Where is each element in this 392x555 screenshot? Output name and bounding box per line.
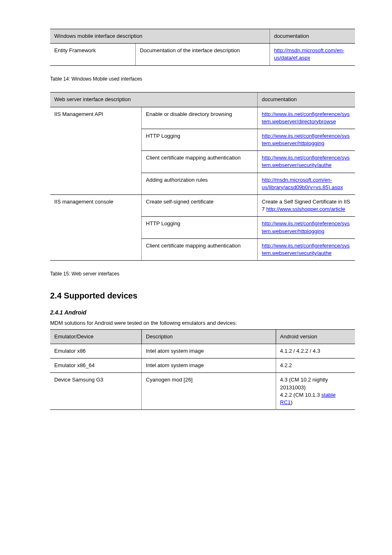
table15-r1-c3: http://www.iis.net/configreference/syste…	[258, 107, 355, 129]
table16-r3-c3-line1: 4.3 (CM 10.2 nightly 20131003)	[280, 377, 328, 390]
table15-r3-c3: http://www.iis.net/configreference/syste…	[258, 151, 355, 173]
table14-caption: Table 14: Windows Mobile used interfaces	[50, 76, 355, 83]
table16-r3-c3: 4.3 (CM 10.2 nightly 20131003) 4.2.2 (CM…	[276, 373, 355, 410]
table14-r1-c2: Documentation of the interface descripti…	[136, 44, 270, 65]
table15-r1-c2: Enable or disable directory browsing	[142, 107, 258, 129]
table15-caption: Table 15: Web server interfaces	[50, 271, 355, 278]
table16-r1-c3: 4.1.2 / 4.2.2 / 4.3	[276, 344, 355, 358]
table16-r1-c2: Intel atom system image	[142, 344, 276, 358]
table16-r3-c2: Cyanogen mod [26]	[142, 373, 276, 410]
table15-r3-c2: Client certificate mapping authenticatio…	[142, 151, 258, 173]
table16-r2-c2: Intel atom system image	[142, 358, 276, 373]
table14-r1-link[interactable]: http://msdn.microsoft.com/en-us/data/ef.…	[274, 47, 344, 61]
table15-r5-link[interactable]: http://www.sslshopper.com/article	[266, 206, 345, 212]
table-android-devices: Emulator/Device Description Android vers…	[50, 329, 355, 410]
table-web-server: Web server interface description documen…	[50, 92, 355, 261]
table15-r6-c3: http://www.iis.net/configreference/syste…	[258, 217, 355, 238]
table16-r3-c1: Device Samsung G3	[50, 373, 142, 410]
table15-r6-c2: HTTP Logging	[142, 217, 258, 238]
heading-supported-devices: 2.4 Supported devices	[50, 290, 355, 301]
table15-r6-link[interactable]: http://www.iis.net/configreference/syste…	[262, 220, 350, 234]
table15-r5-c3: Create a Self Signed Certificate in IIS …	[258, 195, 355, 217]
table15-r4-link2[interactable]: us/library/acsd09b0(v=vs.85).aspx	[262, 184, 343, 190]
table15-r5-c2: Create self-signed certificate	[142, 195, 258, 217]
heading-android: 2.4.1 Android	[50, 309, 355, 317]
table15-r1-link[interactable]: http://www.iis.net/configreference/syste…	[262, 111, 350, 125]
table16-r3-c3-line3-suffix: )	[291, 399, 293, 405]
table15-r4-c3: http://msdn.microsoft.com/en- us/library…	[258, 173, 355, 194]
table16-r3-stable-link[interactable]: stable	[321, 392, 336, 398]
table16-h1: Emulator/Device	[50, 329, 142, 344]
table15-r1-c1: IIS Management API	[50, 107, 142, 195]
table16-r3-c3-line2-text: 4.2.2 (CM 10.1.3	[280, 392, 321, 398]
table-windows-mobile: Windows mobile interface description doc…	[50, 29, 355, 66]
table15-r2-c3: http://www.iis.net/configreference/syste…	[258, 129, 355, 150]
table15-r3-link[interactable]: http://www.iis.net/configreference/syste…	[262, 155, 350, 168]
table15-r7-c2: Client certificate mapping authenticatio…	[142, 238, 258, 260]
table16-r3-rc1-link[interactable]: RC1	[280, 399, 291, 405]
table14-header-left: Windows mobile interface description	[50, 29, 270, 44]
table16-h2: Description	[142, 329, 276, 344]
table15-r7-link[interactable]: http://www.iis.net/configreference/syste…	[262, 243, 350, 256]
table16-r1-c1: Emulator x86	[50, 344, 142, 358]
table16-r2-c1: Emulator x86_64	[50, 358, 142, 373]
table14-r1-c3: http://msdn.microsoft.com/en-us/data/ef.…	[270, 44, 355, 65]
table14-r1-c1: Entity Framework	[50, 44, 136, 65]
table15-r2-link[interactable]: http://www.iis.net/configreference/syste…	[262, 133, 350, 146]
table16-r2-c3: 4.2.2	[276, 358, 355, 373]
table15-r7-c3: http://www.iis.net/configreference/syste…	[258, 238, 355, 260]
table16-h3: Android version	[276, 329, 355, 344]
table15-r2-c2: HTTP Logging	[142, 129, 258, 150]
table15-header-left: Web server interface description	[50, 92, 258, 107]
table15-header-right: documentation	[258, 92, 355, 107]
table15-r4-link1[interactable]: http://msdn.microsoft.com/en-	[262, 177, 332, 183]
android-intro-text: MDM solutions for Android were tested on…	[50, 319, 355, 327]
table15-r5-c1: IIS management console	[50, 195, 142, 261]
table15-r4-c2: Adding authorization rules	[142, 173, 258, 194]
table14-header-right: documentation	[270, 29, 355, 44]
